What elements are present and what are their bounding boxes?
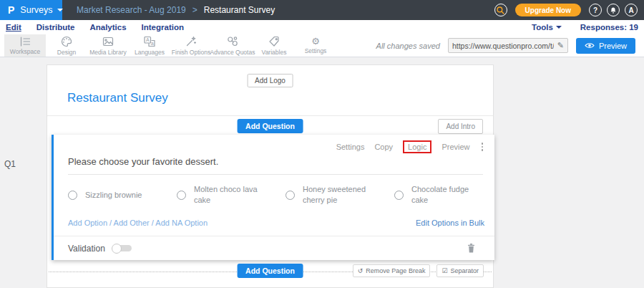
radio-icon[interactable] [286, 191, 295, 200]
tools-label: Tools [532, 23, 553, 32]
svg-text:a: a [151, 41, 154, 46]
option-links-row: Add Option / Add Other / Add NA Option E… [68, 219, 484, 227]
remove-page-break-button[interactable]: ↺ Remove Page Break [353, 264, 431, 277]
eye-icon [585, 42, 595, 49]
preview-label: Preview [599, 42, 627, 50]
palette-icon [61, 36, 72, 47]
toolbar-settings[interactable]: ⚙ Settings [295, 34, 336, 57]
survey-url-box: ✎ [448, 38, 568, 53]
separator-toggle-button[interactable]: ☑ Separator [436, 264, 484, 277]
add-logo-button[interactable]: Add Logo [247, 74, 293, 87]
question-settings-button[interactable]: Settings [336, 143, 365, 151]
question-logic-button[interactable]: Logic [403, 140, 431, 153]
bell-icon [610, 6, 617, 14]
separator-label: Separator [450, 267, 479, 274]
responses-count[interactable]: Responses: 19 [580, 23, 638, 32]
validation-toggle[interactable] [112, 244, 133, 254]
nav-distribute[interactable]: Distribute [36, 23, 75, 32]
radio-icon[interactable] [68, 191, 77, 200]
survey-url-input[interactable] [449, 42, 557, 50]
link-separator: / [107, 219, 114, 227]
toolbar-languages[interactable]: Aa Languages [129, 34, 170, 57]
question-preview-button[interactable]: Preview [441, 143, 469, 151]
chevron-down-icon [556, 26, 562, 29]
edit-toolbar: Workspace Design Media Library Aa Langua… [0, 34, 644, 57]
toolbar-item-label: Variables [262, 49, 287, 56]
tag-icon [268, 36, 280, 47]
help-button[interactable]: ? [589, 4, 602, 16]
main-nav: Edit Distribute Analytics Integration To… [0, 20, 644, 34]
search-icon [496, 6, 505, 15]
add-na-option-link[interactable]: Add NA Option [155, 219, 208, 227]
add-question-button-bottom[interactable]: Add Question [237, 264, 303, 278]
add-option-link[interactable]: Add Option [68, 219, 107, 227]
magic-wand-icon [185, 36, 197, 47]
save-status: All changes saved [376, 42, 440, 50]
toolbar-item-label: Design [57, 49, 76, 56]
survey-title[interactable]: Restaurant Survey [67, 91, 168, 105]
upgrade-now-button[interactable]: Upgrade Now [515, 4, 581, 16]
validation-label: Validation [68, 244, 105, 254]
toolbar-item-label: Advance Quotas [210, 49, 255, 56]
trash-icon [467, 243, 476, 254]
option-molten-choco-lava-cake[interactable]: Molten choco lava cake [177, 182, 286, 208]
product-label: Surveys [20, 5, 52, 15]
delete-question-button[interactable] [467, 243, 476, 254]
toolbar-advance-quotas[interactable]: Advance Quotas [212, 34, 253, 57]
pencil-icon[interactable]: ✎ [557, 41, 567, 50]
option-sizzling-brownie[interactable]: Sizzling brownie [68, 182, 177, 208]
search-button[interactable] [494, 4, 507, 16]
avatar[interactable]: A [625, 4, 638, 16]
validation-row: Validation [54, 236, 494, 260]
topbar: P Surveys Market Research - Aug 2019 > R… [0, 0, 644, 20]
question-number: Q1 [4, 159, 16, 169]
option-honey-sweetened-cherry-pie[interactable]: Honey sweetened cherry pie [286, 182, 394, 208]
toolbar-variables[interactable]: Variables [253, 34, 295, 57]
chevron-down-icon [57, 9, 63, 11]
toolbar-workspace[interactable]: Workspace [4, 34, 46, 57]
breadcrumb-parent[interactable]: Market Research - Aug 2019 [77, 5, 186, 15]
nav-edit[interactable]: Edit [6, 23, 21, 32]
topbar-actions: Upgrade Now ? A [494, 4, 644, 16]
option-label: Sizzling brownie [85, 190, 158, 201]
workspace-icon [19, 37, 31, 47]
radio-icon[interactable] [394, 191, 404, 200]
question-toolbar: Settings Copy Logic Preview [336, 141, 484, 153]
image-icon [102, 36, 114, 47]
toolbar-item-label: Settings [305, 47, 327, 54]
checkbox-checked-icon: ☑ [441, 267, 447, 274]
surveys-menu[interactable]: P Surveys [0, 0, 62, 20]
edit-options-in-bulk-link[interactable]: Edit Options in Bulk [416, 219, 484, 227]
toolbar-design[interactable]: Design [46, 34, 87, 57]
gear-icon: ⚙ [311, 37, 320, 46]
question-copy-button[interactable]: Copy [374, 143, 393, 151]
toolbar-item-label: Finish Options [172, 49, 210, 56]
toolbar-finish-options[interactable]: Finish Options [170, 34, 212, 57]
nav-right: Tools Responses: 19 [532, 23, 638, 32]
notifications-button[interactable] [607, 4, 620, 16]
remove-page-break-label: Remove Page Break [366, 267, 425, 274]
page-break-row: Add Question ↺ Remove Page Break ☑ Separ… [47, 265, 493, 279]
add-question-row: Add Question Add Intro [47, 115, 493, 136]
radio-icon[interactable] [177, 191, 186, 200]
add-question-button-top[interactable]: Add Question [237, 119, 303, 133]
toggle-knob [112, 244, 122, 254]
question-card: Settings Copy Logic Preview Please choos… [52, 135, 494, 260]
question-text[interactable]: Please choose your favorite dessert. [68, 156, 483, 175]
add-links: Add Option / Add Other / Add NA Option [68, 219, 208, 227]
preview-button[interactable]: Preview [576, 38, 635, 54]
toolbar-item-label: Languages [135, 49, 165, 56]
toolbar-media-library[interactable]: Media Library [87, 34, 129, 57]
toolbar-item-label: Media Library [89, 49, 127, 56]
toolbar-right: All changes saved ✎ Preview [376, 38, 644, 54]
nav-analytics[interactable]: Analytics [89, 23, 126, 32]
add-other-link[interactable]: Add Other [114, 219, 150, 227]
nav-integration[interactable]: Integration [142, 23, 184, 32]
page-break-controls: ↺ Remove Page Break ☑ Separator [353, 264, 484, 277]
option-chocolate-fudge-cake[interactable]: Chocolate fudge cake [394, 182, 503, 208]
breadcrumb: Market Research - Aug 2019 > Restaurant … [77, 5, 275, 15]
kebab-menu-icon[interactable] [480, 141, 485, 153]
add-intro-button[interactable]: Add Intro [438, 119, 483, 134]
tools-menu[interactable]: Tools [532, 23, 562, 32]
quotas-icon [227, 36, 238, 47]
